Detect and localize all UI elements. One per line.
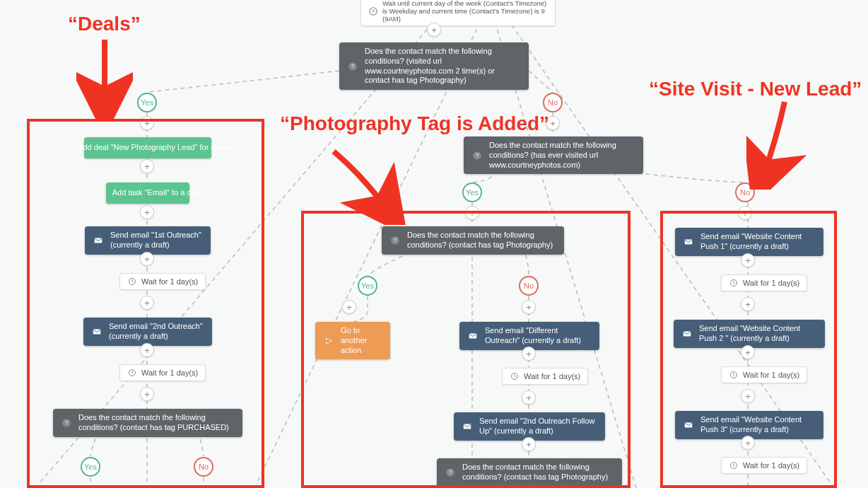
arrow-icon — [76, 35, 133, 120]
automation-canvas: Wait until current day of the week (Cont… — [0, 0, 868, 488]
branch-no[interactable]: No — [543, 93, 563, 112]
branch-yes[interactable]: Yes — [462, 182, 482, 202]
site-visit-highlight — [660, 211, 837, 488]
branch-yes[interactable]: Yes — [137, 93, 157, 112]
deals-annotation: “Deals” — [68, 13, 141, 35]
arrow-icon — [319, 147, 418, 225]
svg-text:?: ? — [351, 63, 354, 69]
arrow-icon — [746, 98, 810, 190]
question-icon: ? — [346, 60, 359, 73]
clock-icon — [368, 6, 378, 16]
photo-tag-highlight — [301, 211, 631, 488]
condition-root[interactable]: ? Does the contact match the following c… — [339, 42, 529, 90]
wait-schedule-node[interactable]: Wait until current day of the week (Cont… — [360, 0, 556, 26]
deals-highlight — [27, 119, 264, 488]
question-icon: ? — [471, 149, 483, 162]
node-label: Wait until current day of the week (Cont… — [382, 0, 548, 23]
node-label: Does the contact match the following con… — [489, 141, 636, 170]
photo-annotation: “Photography Tag is Added” — [280, 113, 549, 135]
node-label: Does the contact match the following con… — [365, 47, 522, 86]
svg-text:?: ? — [476, 152, 479, 158]
condition-visited[interactable]: ? Does the contact match the following c… — [464, 136, 643, 174]
add-step-button[interactable]: + — [427, 23, 441, 37]
